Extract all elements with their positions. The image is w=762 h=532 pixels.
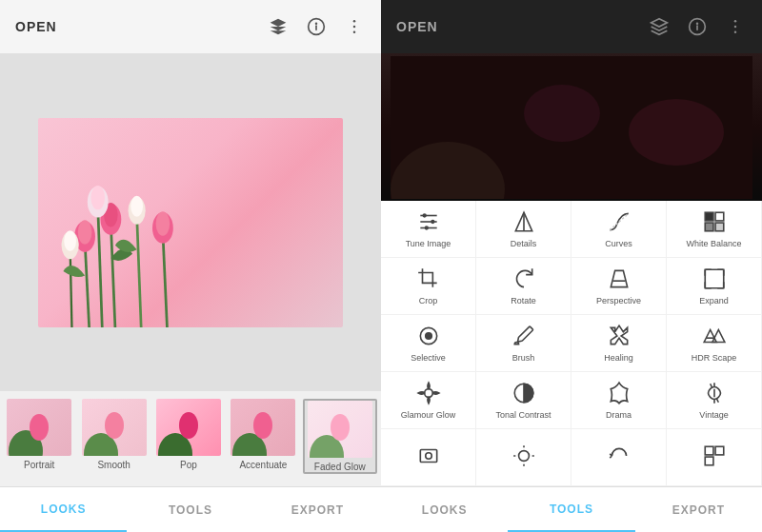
right-more-icon[interactable]: [724, 15, 747, 38]
healing-icon: [606, 323, 632, 349]
thumb-pop-img: [156, 399, 221, 456]
svg-rect-74: [705, 457, 713, 465]
svg-point-70: [425, 452, 431, 459]
svg-point-61: [425, 333, 431, 340]
svg-line-8: [137, 214, 142, 326]
tool-extra-1[interactable]: [381, 429, 476, 486]
left-top-bar: OPEN: [0, 0, 381, 53]
thumb-accentuate[interactable]: Accentuate: [228, 399, 298, 470]
tool-selective-label: Selective: [411, 353, 446, 364]
tool-white-balance[interactable]: White Balance: [667, 201, 762, 258]
thumbnail-strip: Portrait Smooth Pop Acc: [0, 391, 381, 486]
brush-icon: [511, 323, 537, 349]
right-open-label: OPEN: [396, 19, 438, 34]
perspective-icon: [606, 266, 632, 292]
right-panel: OPEN: [381, 0, 762, 532]
tool-brush-label: Brush: [512, 353, 535, 364]
tool-tonal-contrast[interactable]: Tonal Contrast: [476, 372, 572, 429]
thumb-smooth[interactable]: Smooth: [78, 399, 149, 470]
tool-rotate[interactable]: Rotate: [476, 258, 572, 315]
details-icon: [511, 208, 537, 235]
svg-marker-57: [611, 270, 627, 286]
tool-crop-label: Crop: [419, 296, 438, 306]
tool-extra-2[interactable]: [476, 429, 572, 486]
more-vert-icon[interactable]: [343, 15, 366, 38]
svg-point-33: [331, 414, 350, 441]
tool-tune-label: Tune Image: [406, 239, 451, 249]
tool-brush[interactable]: Brush: [476, 315, 572, 372]
left-nav-looks[interactable]: LOOKS: [0, 487, 127, 532]
hdr-icon: [701, 323, 728, 349]
white-balance-icon: [701, 208, 728, 235]
tool-hdr-scape[interactable]: HDR Scape: [667, 315, 762, 372]
thumb-faded-glow[interactable]: Faded Glow: [303, 399, 377, 474]
svg-point-27: [105, 412, 124, 439]
thumb-pop-label: Pop: [180, 460, 197, 470]
svg-point-37: [734, 20, 737, 23]
right-top-bar: OPEN: [381, 0, 762, 53]
right-nav-tools[interactable]: TOOLS: [508, 487, 634, 532]
svg-point-42: [524, 85, 600, 142]
right-layers-icon[interactable]: [648, 15, 671, 38]
info-icon[interactable]: [305, 15, 328, 38]
tool-expand[interactable]: Expand: [667, 258, 762, 315]
tool-tune-image[interactable]: Tune Image: [381, 201, 476, 258]
tool-drama[interactable]: Drama: [572, 372, 667, 429]
tool-curves-label: Curves: [605, 239, 632, 249]
right-nav-export[interactable]: EXPORT: [635, 487, 762, 532]
rotate-icon: [511, 266, 537, 292]
right-photo-bg: [381, 53, 762, 201]
thumb-pop[interactable]: Pop: [153, 399, 224, 470]
svg-rect-54: [715, 212, 724, 221]
svg-point-19: [64, 230, 76, 251]
tool-extra-3[interactable]: [572, 429, 667, 486]
tool-vintage-label: Vintage: [699, 410, 728, 421]
svg-point-66: [424, 389, 432, 398]
layers-icon[interactable]: [267, 15, 290, 38]
svg-rect-59: [705, 269, 724, 288]
right-top-icons: [648, 15, 747, 38]
tool-vintage[interactable]: Vintage: [667, 372, 762, 429]
thumb-portrait[interactable]: Portrait: [4, 399, 74, 470]
svg-point-23: [90, 185, 105, 208]
svg-rect-69: [420, 449, 436, 462]
tool-drama-label: Drama: [606, 410, 632, 421]
tool-crop[interactable]: Crop: [381, 258, 476, 315]
svg-point-3: [353, 20, 356, 23]
thumb-smooth-img: [82, 399, 147, 456]
left-nav-export[interactable]: EXPORT: [254, 487, 381, 532]
left-nav-tools[interactable]: TOOLS: [127, 487, 253, 532]
left-top-icons: [267, 15, 366, 38]
tool-expand-label: Expand: [699, 296, 729, 306]
tool-perspective[interactable]: Perspective: [572, 258, 667, 315]
right-nav-looks[interactable]: LOOKS: [381, 487, 508, 532]
tool-glamour-label: Glamour Glow: [401, 410, 456, 421]
expand-icon: [701, 266, 728, 292]
main-photo: [38, 118, 343, 327]
tool-curves[interactable]: Curves: [572, 201, 667, 258]
right-info-icon[interactable]: [686, 15, 709, 38]
tool-selective[interactable]: Selective: [381, 315, 476, 372]
svg-point-31: [253, 412, 272, 439]
tune-icon: [415, 208, 442, 235]
svg-rect-55: [705, 223, 713, 231]
svg-point-25: [30, 414, 49, 441]
svg-line-10: [70, 249, 72, 327]
glamour-icon: [415, 380, 442, 406]
tool-tonal-label: Tonal Contrast: [495, 410, 551, 421]
extra-1-icon: [415, 443, 442, 469]
tool-glamour-glow[interactable]: Glamour Glow: [381, 372, 476, 429]
left-open-label: OPEN: [15, 19, 57, 34]
tool-wb-label: White Balance: [686, 239, 741, 249]
svg-rect-56: [715, 223, 724, 231]
thumb-accentuate-label: Accentuate: [239, 460, 287, 470]
svg-line-9: [163, 232, 168, 327]
tool-healing[interactable]: Healing: [572, 315, 667, 372]
tool-extra-4[interactable]: [667, 429, 762, 486]
tool-rotate-label: Rotate: [511, 296, 536, 306]
svg-point-71: [518, 450, 529, 461]
left-photo-area: [0, 53, 381, 391]
tool-details[interactable]: Details: [476, 201, 572, 258]
svg-line-52: [610, 213, 629, 229]
tool-details-label: Details: [511, 239, 537, 249]
